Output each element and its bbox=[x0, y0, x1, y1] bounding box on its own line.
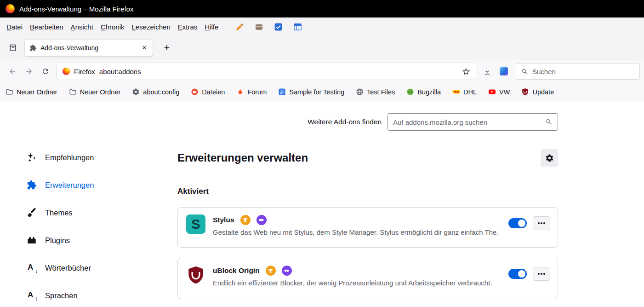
ublock-icon bbox=[521, 88, 529, 96]
addon-enable-toggle[interactable] bbox=[508, 269, 527, 279]
globe-icon bbox=[356, 88, 364, 96]
addon-card-ublock-origin[interactable]: uBlock Origin Endlich ein effizienter Bl… bbox=[177, 258, 558, 299]
addon-name-link[interactable]: Stylus bbox=[213, 216, 234, 224]
new-tab-button[interactable] bbox=[160, 41, 174, 55]
sidebar-item-themes[interactable]: Themes bbox=[0, 199, 156, 226]
sidebar-item-label: Erweiterungen bbox=[45, 181, 94, 190]
sidebar-item-woerterbuecher[interactable]: Wörterbücher bbox=[0, 254, 156, 282]
folder-icon bbox=[6, 88, 13, 96]
reload-icon bbox=[41, 67, 50, 75]
wallet-icon[interactable] bbox=[254, 22, 263, 31]
bookmark-forum[interactable]: Forum bbox=[236, 88, 267, 96]
section-enabled-label: Aktiviert bbox=[177, 187, 209, 196]
sidebar-item-empfehlungen[interactable]: Empfehlungen bbox=[0, 144, 156, 171]
language-icon bbox=[27, 290, 37, 301]
addon-name-link[interactable]: uBlock Origin bbox=[213, 266, 260, 275]
verified-mask-badge bbox=[256, 215, 267, 225]
mask-icon bbox=[258, 217, 264, 223]
address-bar[interactable]: Firefox about:addons bbox=[57, 63, 476, 80]
firefox-logo-icon bbox=[6, 4, 15, 13]
puzzle-icon bbox=[29, 44, 37, 52]
bugzilla-icon bbox=[406, 88, 414, 96]
forward-button[interactable] bbox=[21, 64, 37, 79]
bookmark-star-button[interactable] bbox=[458, 64, 474, 79]
bookmark-sample-for-testing[interactable]: Sample for Testing bbox=[278, 88, 344, 96]
firefox-view-button[interactable] bbox=[5, 40, 21, 56]
bookmark-vw[interactable]: VW bbox=[488, 88, 510, 96]
bookmark-label: Forum bbox=[247, 88, 267, 96]
trophy-icon bbox=[242, 217, 248, 223]
bookmark-neuer-ordner-1[interactable]: Neuer Ordner bbox=[6, 88, 57, 96]
page-title: Erweiterungen verwalten bbox=[177, 151, 308, 164]
highlighter-icon[interactable] bbox=[235, 22, 244, 31]
document-icon bbox=[278, 88, 286, 96]
addons-page: Weitere Add-ons finden Auf addons.mozill… bbox=[0, 101, 644, 307]
extension-icon bbox=[500, 67, 508, 75]
tab-close-button[interactable] bbox=[139, 42, 150, 53]
menu-lesezeichen[interactable]: Lesezeichen bbox=[128, 21, 174, 33]
menu-hilfe[interactable]: Hilfe bbox=[201, 21, 222, 33]
extension-toolbar-button[interactable] bbox=[496, 64, 512, 79]
bookmark-label: DHL bbox=[463, 88, 477, 96]
stylus-addon-icon: S bbox=[186, 214, 205, 234]
bookmark-about-config[interactable]: about:config bbox=[132, 88, 179, 96]
mask-icon bbox=[284, 268, 290, 274]
addons-settings-button[interactable] bbox=[541, 149, 558, 167]
browser-window: Add-ons-Verwaltung – Mozilla Firefox Dat… bbox=[0, 0, 644, 307]
tab-addons-manager[interactable]: Add-ons-Verwaltung bbox=[25, 40, 153, 56]
bookmark-dateien[interactable]: Dateien bbox=[191, 88, 225, 96]
bookmark-neuer-ordner-2[interactable]: Neuer Ordner bbox=[69, 88, 121, 96]
download-icon bbox=[483, 67, 491, 75]
ublock-addon-icon bbox=[186, 265, 205, 284]
translate-check-icon[interactable] bbox=[274, 22, 283, 31]
bookmark-update[interactable]: Update bbox=[521, 88, 554, 96]
bookmark-label: Dateien bbox=[202, 88, 225, 96]
sidebar-item-label: Sprachen bbox=[45, 291, 78, 300]
back-button[interactable] bbox=[5, 64, 20, 79]
trophy-icon bbox=[268, 268, 274, 274]
ellipsis-icon bbox=[541, 273, 542, 275]
browser-search-bar[interactable]: Suchen bbox=[516, 64, 639, 79]
back-arrow-icon bbox=[8, 67, 17, 75]
addon-enable-toggle[interactable] bbox=[508, 218, 527, 228]
addon-more-options-button[interactable] bbox=[533, 267, 550, 281]
url-text: about:addons bbox=[99, 68, 141, 75]
tab-title: Add-ons-Verwaltung bbox=[40, 44, 135, 52]
flame-icon bbox=[236, 88, 244, 96]
menu-bearbeiten[interactable]: Bearbeiten bbox=[26, 21, 67, 33]
bookmark-bugzilla[interactable]: Bugzilla bbox=[406, 88, 441, 96]
search-icon bbox=[521, 68, 528, 75]
table-icon[interactable] bbox=[293, 22, 302, 31]
star-icon bbox=[462, 67, 470, 75]
addons-main: Erweiterungen verwalten Aktiviert S Styl… bbox=[177, 101, 558, 307]
downloads-button[interactable] bbox=[479, 64, 495, 79]
bookmark-label: Bugzilla bbox=[417, 88, 441, 96]
reload-button[interactable] bbox=[38, 64, 53, 79]
menu-ansicht[interactable]: Ansicht bbox=[67, 21, 97, 33]
sidebar-item-sprachen[interactable]: Sprachen bbox=[0, 282, 156, 307]
addon-card-stylus[interactable]: S Stylus Gestalte das Web neu mit Stylus… bbox=[177, 207, 558, 248]
menu-chronik[interactable]: Chronik bbox=[97, 21, 128, 33]
puzzle-icon bbox=[27, 180, 37, 190]
verified-mask-badge bbox=[282, 266, 292, 276]
folder-icon bbox=[69, 88, 77, 96]
files-icon bbox=[191, 88, 199, 96]
bookmark-dhl[interactable]: DHL bbox=[452, 88, 477, 96]
menu-datei[interactable]: Datei bbox=[3, 21, 26, 33]
sidebar-item-erweiterungen[interactable]: Erweiterungen bbox=[0, 171, 156, 199]
search-placeholder: Suchen bbox=[532, 68, 556, 75]
tab-bar: Add-ons-Verwaltung bbox=[0, 36, 644, 60]
sidebar-item-label: Empfehlungen bbox=[45, 153, 94, 162]
sidebar-item-plugins[interactable]: Plugins bbox=[0, 226, 156, 254]
bookmark-label: Test Files bbox=[367, 88, 395, 96]
sidebar-item-label: Wörterbücher bbox=[45, 264, 91, 272]
firefox-site-icon bbox=[63, 68, 70, 75]
sidebar-item-label: Plugins bbox=[45, 236, 70, 245]
site-identity-label: Firefox bbox=[74, 68, 95, 75]
bookmark-test-files[interactable]: Test Files bbox=[356, 88, 395, 96]
dictionary-icon bbox=[27, 263, 37, 273]
addon-more-options-button[interactable] bbox=[533, 216, 550, 230]
bookmark-label: about:config bbox=[143, 88, 179, 96]
menu-extras[interactable]: Extras bbox=[174, 21, 201, 33]
recommendations-icon bbox=[27, 152, 37, 162]
